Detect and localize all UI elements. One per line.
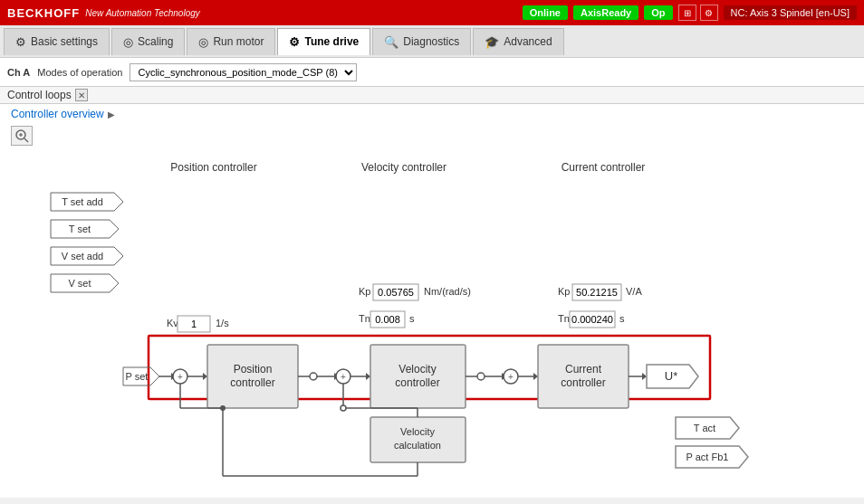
svg-text:+: +: [178, 372, 183, 382]
company-tagline: New Automation Technology: [85, 8, 200, 18]
main-content: Controller overview ▶ Position controlle…: [0, 104, 864, 498]
current-controller-box[interactable]: Current: [565, 363, 602, 376]
tab-tune-drive-label: Tune drive: [304, 35, 359, 48]
svg-text:controller: controller: [230, 376, 274, 389]
svg-text:+: +: [508, 372, 514, 382]
kp-cur-value: 50.21215: [576, 287, 618, 298]
t-set-label: T set: [69, 223, 91, 234]
ch-label: Ch A: [7, 67, 30, 78]
velocity-controller-header: Velocity controller: [361, 161, 446, 174]
position-controller-box[interactable]: Position: [234, 363, 273, 376]
kv-label: Kv: [167, 318, 178, 328]
panel-header: Control loops ✕: [7, 89, 88, 101]
toolbar-row: [0, 124, 864, 147]
svg-text:controller: controller: [395, 376, 439, 389]
diagram-area: Position controller Velocity controller …: [0, 147, 864, 498]
svg-line-1: [24, 138, 28, 142]
t-act-label: T act: [694, 423, 715, 433]
control-loops-bar: Control loops ✕: [0, 87, 864, 104]
modes-label: Modes of operation: [37, 67, 122, 78]
breadcrumb-row: Controller overview ▶: [0, 104, 864, 124]
zoom-fit-button[interactable]: [11, 126, 33, 146]
kp-cur-label: Kp: [558, 286, 570, 297]
basic-settings-icon: ⚙: [15, 35, 26, 49]
nc-text: NC: Axis 3 Spindel: [731, 7, 813, 18]
tn-vel-unit: s: [409, 313, 415, 324]
kp-cur-unit: V/A: [626, 286, 642, 297]
diagnostics-icon: 🔍: [384, 35, 398, 49]
svg-point-34: [477, 373, 485, 380]
company-info: BECKHOFF New Automation Technology: [7, 6, 200, 20]
tab-tune-drive[interactable]: ⚙ Tune drive: [277, 28, 370, 55]
scaling-icon: ◎: [123, 35, 133, 49]
svg-text:controller: controller: [561, 376, 605, 389]
online-button[interactable]: Online: [523, 5, 568, 20]
run-motor-icon: ◎: [198, 35, 208, 49]
tab-scaling-label: Scaling: [138, 35, 173, 48]
tab-bar: ⚙ Basic settings ◎ Scaling ◎ Run motor ⚙…: [0, 25, 864, 58]
tab-run-motor-label: Run motor: [213, 35, 264, 48]
control-loops-title: Control loops: [7, 89, 72, 101]
settings-icon[interactable]: ⚙: [700, 5, 718, 21]
company-logo: BECKHOFF: [7, 6, 80, 20]
t-set-add-label: T set add: [62, 196, 103, 207]
control-loop-diagram: Position controller Velocity controller …: [14, 155, 811, 480]
svg-point-24: [310, 373, 317, 380]
zoom-fit-icon: [14, 128, 29, 143]
breadcrumb-arrow: ▶: [108, 109, 115, 119]
locale-text: [en-US]: [816, 7, 850, 18]
p-act-fb1-label: P act Fb1: [686, 452, 729, 462]
p-set-label: P set: [126, 371, 149, 382]
tab-diagnostics[interactable]: 🔍 Diagnostics: [372, 28, 471, 55]
monitor-icon[interactable]: ⊞: [678, 5, 696, 21]
tn-cur-label: Tn: [558, 313, 570, 324]
sub-bar: Ch A Modes of operation Cyclic_synchrono…: [0, 58, 864, 87]
kp-vel-unit: Nm/(rad/s): [424, 286, 471, 297]
kv-value: 1: [191, 319, 197, 329]
axisready-button[interactable]: AxisReady: [573, 5, 638, 20]
tab-basic-settings[interactable]: ⚙ Basic settings: [4, 28, 110, 55]
tab-diagnostics-label: Diagnostics: [403, 35, 459, 48]
u-star-label: U*: [665, 369, 677, 383]
tn-cur-unit: s: [619, 313, 625, 324]
tab-basic-settings-label: Basic settings: [31, 35, 98, 48]
top-bar-right: Online AxisReady Op ⊞ ⚙ NC: Axis 3 Spind…: [523, 5, 857, 21]
svg-text:calculation: calculation: [394, 440, 441, 451]
kp-vel-label: Kp: [359, 286, 370, 297]
svg-text:+: +: [341, 372, 346, 382]
top-icons: ⊞ ⚙: [678, 5, 718, 21]
kp-vel-value: 0.05765: [378, 287, 414, 298]
kv-unit: 1/s: [216, 318, 229, 328]
velocity-calculation-box[interactable]: Velocity: [400, 426, 435, 437]
tn-vel-value: 0.008: [375, 314, 400, 325]
current-controller-header: Current controller: [562, 161, 646, 174]
tab-advanced-label: Advanced: [504, 35, 552, 48]
nc-info: NC: Axis 3 Spindel [en-US]: [724, 5, 857, 20]
op-button[interactable]: Op: [644, 5, 672, 20]
controller-overview-link[interactable]: Controller overview: [11, 108, 104, 120]
top-bar: BECKHOFF New Automation Technology Onlin…: [0, 0, 864, 25]
advanced-icon: 🎓: [485, 35, 499, 49]
svg-point-57: [341, 405, 346, 411]
mode-select[interactable]: Cyclic_synchronous_position_mode_CSP (8): [130, 63, 357, 81]
v-set-label: V set: [68, 278, 91, 289]
tab-advanced[interactable]: 🎓 Advanced: [473, 28, 563, 55]
tune-drive-icon: ⚙: [289, 35, 300, 49]
velocity-controller-box[interactable]: Velocity: [398, 363, 436, 376]
close-button[interactable]: ✕: [75, 89, 88, 101]
tn-vel-label: Tn: [359, 313, 370, 324]
tab-run-motor[interactable]: ◎ Run motor: [187, 28, 275, 55]
tab-scaling[interactable]: ◎ Scaling: [111, 28, 185, 55]
position-controller-header: Position controller: [170, 161, 256, 174]
tn-cur-value: 0.000240: [571, 314, 613, 325]
v-set-add-label: V set add: [62, 251, 103, 262]
